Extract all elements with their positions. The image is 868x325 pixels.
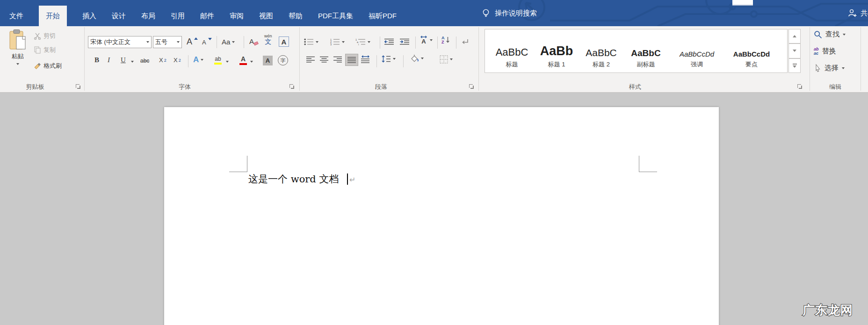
- document-page[interactable]: [164, 107, 719, 325]
- enclose-characters-button[interactable]: 字: [278, 55, 288, 65]
- style-item-strong[interactable]: AaBbCcDd 要点: [725, 29, 778, 72]
- tab-home[interactable]: 开始: [39, 6, 67, 26]
- borders-button[interactable]: [440, 55, 453, 64]
- select-button[interactable]: 选择: [814, 64, 845, 72]
- separator: [188, 55, 188, 67]
- highlight-color-button[interactable]: ab: [214, 56, 222, 65]
- document-text[interactable]: 这是一个 word 文档: [248, 173, 339, 186]
- format-painter-button[interactable]: 格式刷: [34, 62, 62, 70]
- line-spacing-button[interactable]: [382, 55, 396, 63]
- style-sample: AaBbC: [586, 48, 617, 58]
- bullets-button[interactable]: [304, 38, 318, 45]
- justify-button[interactable]: [345, 54, 358, 66]
- clear-formatting-button[interactable]: A: [249, 37, 260, 45]
- numbering-icon: 123: [330, 38, 340, 45]
- group-separator: [84, 27, 85, 91]
- tab-review[interactable]: 审阅: [230, 6, 244, 26]
- phonetic-guide-button[interactable]: wén 文: [264, 34, 272, 45]
- strikethrough-button[interactable]: abc: [140, 58, 149, 64]
- tab-file[interactable]: 文件: [9, 6, 23, 26]
- tab-foxit-pdf[interactable]: 福昕PDF: [369, 6, 397, 26]
- group-separator: [810, 27, 810, 91]
- underline-button[interactable]: U: [121, 56, 126, 64]
- font-color-dropdown-icon[interactable]: [250, 61, 253, 63]
- font-dialog-launcher-icon[interactable]: [289, 84, 295, 89]
- gallery-more-button[interactable]: [788, 58, 801, 73]
- superscript-button[interactable]: X2: [174, 57, 181, 64]
- replace-ac-glyph: ac: [814, 51, 819, 56]
- paragraph-dialog-launcher-icon[interactable]: [469, 84, 474, 89]
- line-spacing-dropdown-icon: [393, 58, 396, 60]
- shading-dropdown-icon: [421, 58, 424, 59]
- tab-pdf-tools[interactable]: PDF工具集: [318, 6, 353, 26]
- shading-button[interactable]: [410, 54, 424, 63]
- numbering-button[interactable]: 123: [330, 38, 345, 45]
- tell-me-search[interactable]: 操作说明搜索: [482, 0, 537, 26]
- font-group-label: 字体: [164, 82, 206, 92]
- change-case-glyph: Aa: [222, 38, 230, 46]
- group-separator: [861, 27, 861, 91]
- tab-help[interactable]: 帮助: [289, 6, 303, 26]
- grow-font-button[interactable]: A: [187, 37, 198, 47]
- font-name-combobox[interactable]: 宋体 (中文正文: [88, 36, 152, 48]
- format-painter-label: 格式刷: [43, 62, 62, 70]
- find-button[interactable]: 查找: [814, 30, 846, 39]
- replace-button[interactable]: ab ac 替换: [814, 47, 836, 56]
- shrink-font-button[interactable]: A: [202, 39, 212, 46]
- asian-layout-button[interactable]: A: [420, 36, 433, 44]
- font-color-button[interactable]: A: [239, 55, 247, 65]
- style-name: 标题 2: [593, 60, 610, 69]
- share-button[interactable]: 共享: [847, 0, 868, 26]
- copy-button[interactable]: 复制: [34, 46, 56, 54]
- character-border-button[interactable]: A: [279, 36, 289, 47]
- align-left-button[interactable]: [306, 56, 315, 63]
- style-item-emphasis[interactable]: AaBbCcDd 强调: [668, 29, 725, 72]
- clipboard-dialog-launcher-icon[interactable]: [75, 84, 81, 89]
- increase-indent-button[interactable]: [400, 38, 410, 45]
- sort-button[interactable]: A Z: [441, 36, 449, 44]
- multilevel-list-button[interactable]: 1ai: [355, 38, 370, 45]
- document-area[interactable]: 这是一个 word 文档 ↵ 广东龙网: [0, 93, 868, 325]
- separator: [437, 36, 438, 49]
- subscript-button[interactable]: X2: [159, 57, 166, 64]
- distribute-button[interactable]: [361, 55, 370, 64]
- character-shading-button[interactable]: A: [263, 56, 273, 65]
- bold-button[interactable]: B: [94, 56, 99, 64]
- style-item-heading2[interactable]: AaBbC 标题 2: [579, 29, 623, 72]
- font-size-combobox[interactable]: 五号: [153, 36, 182, 48]
- style-item-title[interactable]: AaBbC 标题: [490, 29, 534, 72]
- italic-button[interactable]: I: [108, 56, 110, 64]
- show-hide-marks-button[interactable]: [461, 38, 469, 45]
- style-item-subtitle[interactable]: AaBbC 副标题: [623, 29, 668, 72]
- cut-button[interactable]: 剪切: [34, 32, 56, 40]
- subscript-glyph: X: [159, 57, 163, 64]
- separator: [376, 55, 377, 67]
- tab-references[interactable]: 引用: [171, 6, 185, 26]
- align-right-button[interactable]: [333, 56, 342, 63]
- style-sample: AaBbCcDd: [733, 51, 770, 58]
- tab-insert[interactable]: 插入: [82, 6, 96, 26]
- tab-layout[interactable]: 布局: [141, 6, 155, 26]
- gallery-scroll-up-button[interactable]: [788, 29, 801, 43]
- tab-view[interactable]: 视图: [259, 6, 273, 26]
- shrink-arrow-icon: [208, 38, 212, 40]
- tab-mailings[interactable]: 邮件: [200, 6, 214, 26]
- underline-dropdown-icon[interactable]: [131, 61, 134, 63]
- font-color-glyph: A: [241, 55, 246, 63]
- gallery-scroll-down-button[interactable]: [788, 43, 801, 58]
- align-center-button[interactable]: [320, 56, 329, 63]
- change-case-button[interactable]: Aa: [222, 38, 235, 46]
- paste-dropdown-icon[interactable]: [16, 63, 19, 65]
- styles-dialog-launcher-icon[interactable]: [797, 84, 803, 89]
- tab-design[interactable]: 设计: [112, 6, 126, 26]
- paint-bucket-icon: [410, 54, 419, 63]
- paste-button[interactable]: 粘贴: [6, 29, 30, 79]
- grow-font-glyph: A: [187, 37, 192, 47]
- strikethrough-glyph: abc: [140, 58, 149, 64]
- text-effects-button[interactable]: A: [193, 55, 203, 65]
- highlight-dropdown-icon[interactable]: [226, 61, 229, 63]
- highlight-glyph: ab: [215, 56, 221, 62]
- decrease-indent-icon: [384, 38, 394, 45]
- decrease-indent-button[interactable]: [384, 38, 394, 45]
- style-item-heading1[interactable]: AaBb 标题 1: [534, 29, 579, 72]
